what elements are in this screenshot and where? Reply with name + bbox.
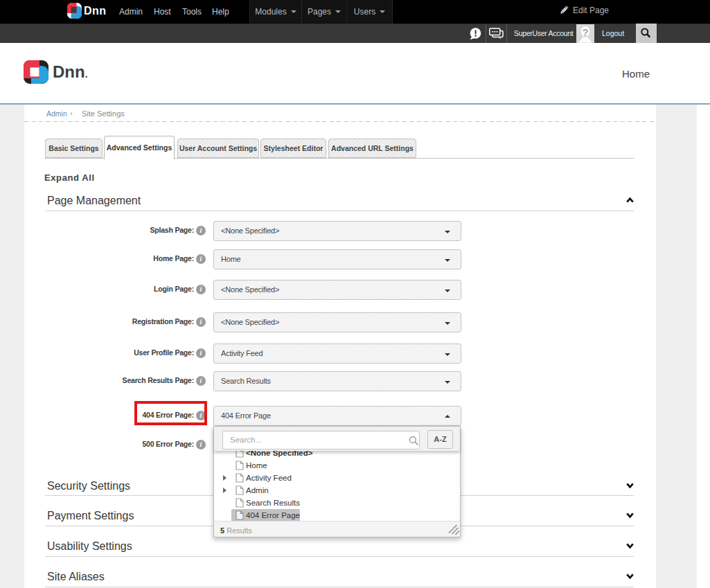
- svg-text:?: ?: [582, 26, 588, 38]
